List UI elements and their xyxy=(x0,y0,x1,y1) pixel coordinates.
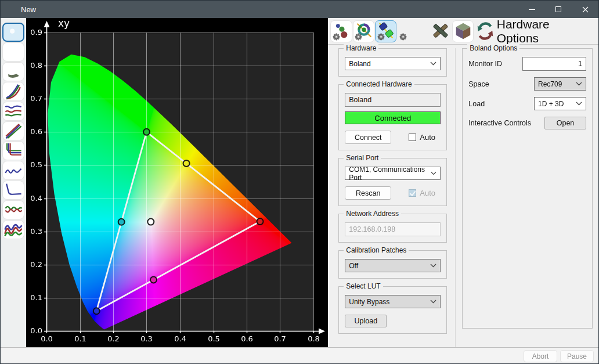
minimize-button[interactable] xyxy=(518,1,545,18)
cie-xy-icon xyxy=(4,24,23,41)
serial-port-group-label: Serial Port xyxy=(344,154,381,162)
sidebar-item-gamut-3d[interactable] xyxy=(2,62,24,81)
rescan-auto-label: Auto xyxy=(420,189,435,197)
connect-auto-label: Auto xyxy=(420,133,435,142)
sidebar-item-luminance-wave[interactable] xyxy=(2,161,24,180)
connect-auto-wrap: Auto xyxy=(409,133,435,142)
connected-hardware-group: Connected Hardware Connected Connect Aut… xyxy=(338,84,447,150)
chevron-down-icon xyxy=(430,264,436,268)
app-window: New xyxy=(0,0,599,364)
toolbar-button-colour-cube[interactable] xyxy=(452,20,474,42)
sidebar-item-cie-xy[interactable] xyxy=(2,23,24,42)
window-title: New xyxy=(21,5,36,14)
connection-column: Hardware Boland Connected Hardware Conne… xyxy=(338,48,447,347)
connect-button[interactable]: Connect xyxy=(345,131,391,144)
space-select[interactable]: Rec709 xyxy=(534,77,586,91)
sidebar-item-rgb-step[interactable] xyxy=(2,141,24,160)
abort-button[interactable]: Abort xyxy=(524,350,557,362)
select-lut-group: Select LUT Unity Bypass Upload xyxy=(338,286,447,334)
chart-type-sidebar xyxy=(1,18,26,347)
load-label: Load xyxy=(468,100,485,108)
rgb-balance-icon xyxy=(4,103,23,120)
toolbar-button-manual-adjust[interactable] xyxy=(430,20,452,42)
window-controls xyxy=(518,1,598,18)
chevron-down-icon xyxy=(430,300,436,304)
hardware-group: Hardware Boland xyxy=(338,48,447,77)
network-address-group-label: Network Address xyxy=(344,210,401,218)
hardware-connect-icon xyxy=(376,21,396,41)
pause-button[interactable]: Pause xyxy=(560,350,594,362)
panel-divider xyxy=(455,48,456,347)
hardware-select-value: Boland xyxy=(349,60,370,68)
toolbar-button-calibration-target[interactable] xyxy=(353,20,374,42)
toolbar-button-sync-refresh[interactable] xyxy=(474,20,496,42)
connection-status-badge: Connected xyxy=(345,111,441,124)
maximize-icon xyxy=(555,6,561,12)
gamut-3d-options-icon xyxy=(398,21,418,41)
toolbar-button-gamut-3d[interactable] xyxy=(397,20,418,42)
cie-chart-area xyxy=(26,18,328,347)
toolbar: Hardware Options xyxy=(328,18,598,45)
sidebar-item-rgb-waveform[interactable] xyxy=(2,220,24,239)
interactive-controls-open-button[interactable]: Open xyxy=(544,117,586,129)
calibration-patches-group: Calibration Patches Off xyxy=(338,250,447,279)
sidebar-item-eotf-curve[interactable] xyxy=(2,181,24,200)
upload-button[interactable]: Upload xyxy=(345,315,387,327)
space-label: Space xyxy=(468,80,489,88)
space-select-value: Rec709 xyxy=(538,80,562,88)
connected-hardware-field xyxy=(345,93,441,107)
bottom-bar: Abort Pause xyxy=(1,347,598,364)
toolbar-button-profile-patches[interactable] xyxy=(330,20,352,42)
serial-port-select-value: COM1, Communications Port xyxy=(349,165,431,182)
panel-body: Hardware Boland Connected Hardware Conne… xyxy=(328,45,598,347)
chevron-down-icon xyxy=(430,62,436,66)
close-button[interactable] xyxy=(572,1,598,18)
calibration-patches-select[interactable]: Off xyxy=(345,259,441,272)
sidebar-item-rgb-ramp[interactable] xyxy=(2,121,24,140)
sidebar-item-delta-e-waves[interactable] xyxy=(2,200,24,219)
calibration-target-icon xyxy=(353,21,373,41)
network-address-group: Network Address xyxy=(338,214,447,243)
select-lut-select-value: Unity Bypass xyxy=(349,298,389,306)
calibration-patches-select-value: Off xyxy=(349,262,358,270)
boland-options-group-label: Boland Options xyxy=(467,44,519,52)
cie-xy-chart-canvas[interactable] xyxy=(26,18,328,347)
gamut-3d-icon xyxy=(4,63,23,80)
sidebar-item-rgb-balance[interactable] xyxy=(2,102,24,121)
toolbar-button-hardware-connect[interactable] xyxy=(375,20,396,42)
profile-patches-icon xyxy=(331,21,351,41)
serial-port-select[interactable]: COM1, Communications Port xyxy=(345,167,441,180)
select-lut-group-label: Select LUT xyxy=(344,282,383,290)
calibration-patches-group-label: Calibration Patches xyxy=(344,246,409,254)
connect-auto-checkbox[interactable] xyxy=(409,134,416,141)
load-select-value: 1D + 3D xyxy=(538,100,564,108)
hardware-select[interactable]: Boland xyxy=(345,57,441,70)
maximize-button[interactable] xyxy=(545,1,572,18)
gamma-curves-icon xyxy=(4,83,23,100)
delta-e-waves-icon xyxy=(4,201,23,218)
network-address-field xyxy=(345,222,441,236)
serial-port-group: Serial Port COM1, Communications Port Re… xyxy=(338,158,447,206)
rescan-auto-wrap: Auto xyxy=(409,189,435,197)
rescan-button[interactable]: Rescan xyxy=(345,186,391,200)
chevron-down-icon xyxy=(576,82,582,86)
rescan-auto-checkbox xyxy=(409,189,416,197)
eotf-curve-icon xyxy=(4,182,23,199)
boland-options-group: Boland Options Monitor ID Space Rec709 xyxy=(462,48,593,329)
colour-cube-icon xyxy=(453,21,473,41)
monitor-id-label: Monitor ID xyxy=(468,60,502,68)
options-panel: Hardware Options Hardware Boland Co xyxy=(328,18,598,347)
luminance-wave-icon xyxy=(4,162,23,179)
manual-adjust-icon xyxy=(431,21,450,41)
titlebar[interactable]: New xyxy=(1,1,598,18)
cie-uv-cone-icon xyxy=(4,44,23,60)
chevron-down-icon xyxy=(431,171,436,175)
monitor-id-input[interactable] xyxy=(522,57,586,71)
chevron-down-icon xyxy=(576,102,582,106)
load-select[interactable]: 1D + 3D xyxy=(534,97,586,110)
sync-refresh-icon xyxy=(475,21,495,41)
sidebar-item-gamma-curves[interactable] xyxy=(2,82,24,101)
select-lut-select[interactable]: Unity Bypass xyxy=(345,295,441,308)
sidebar-item-cie-uv-cone[interactable] xyxy=(2,42,24,62)
close-icon xyxy=(582,6,589,13)
